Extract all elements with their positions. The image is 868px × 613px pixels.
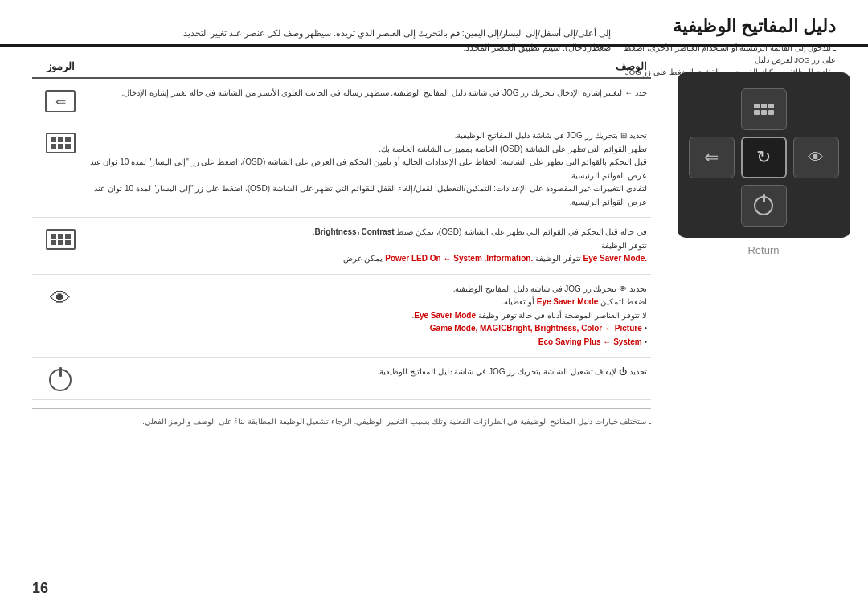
row3-symbol: [32, 226, 88, 250]
row1-desc: حدد ← لتغيير إشارة الإدخال بتحريك زر JOG…: [88, 87, 651, 100]
return-label: Return: [747, 244, 779, 256]
right-panel: ⇐ ↻ 👁: [667, 48, 868, 589]
monitor-panel: ⇐ ↻ 👁: [678, 72, 850, 238]
panel-center-button[interactable]: ↻: [741, 137, 787, 178]
row4-desc: تحديد 👁 بتحريك زر JOG في شاشة دليل المفا…: [88, 283, 651, 349]
main-title: دليل المفاتيح الوظيفية: [611, 16, 836, 37]
empty-cell: [793, 88, 839, 130]
page-number: 16: [32, 580, 48, 597]
row5-desc: تحديد ⏻ لإيقاف تشغيل الشاشة بتحريك زر JO…: [88, 366, 651, 379]
empty-cell: [689, 185, 735, 227]
bottom-note: ـ ستختلف خيارات دليل المفاتيح الوظيفية ف…: [32, 408, 651, 427]
panel-arrow-button[interactable]: ⇐: [689, 137, 735, 178]
table-row: تحديد ⊞ بتحريك زر JOG في شاشة دليل المفا…: [32, 121, 651, 218]
row2-symbol: [32, 129, 88, 153]
page-container: إلى أعلى/إلى أسفل/إلى اليسار/إلى اليمين:…: [0, 0, 868, 613]
col-symbol-header: الرموز: [32, 60, 88, 72]
top-divider-line: [0, 44, 868, 47]
row4-symbol: 👁: [32, 283, 88, 309]
panel-eye-button[interactable]: 👁: [793, 137, 839, 178]
panel-grid-button[interactable]: [741, 88, 787, 130]
row5-symbol: [32, 366, 88, 391]
table-header: الوصف الرموز: [32, 60, 651, 79]
table-row: حدد ← لتغيير إشارة الإدخال بتحريك زر JOG…: [32, 79, 651, 121]
empty-cell: [689, 88, 735, 130]
table-row: تحديد 👁 بتحريك زر JOG في شاشة دليل المفا…: [32, 275, 651, 358]
panel-power-button[interactable]: [741, 185, 787, 227]
row3-desc: في حالة قبل التحكم في القوائم التي تظهر …: [88, 226, 651, 266]
table-row: تحديد ⏻ لإيقاف تشغيل الشاشة بتحريك زر JO…: [32, 358, 651, 400]
col-desc-header: الوصف: [88, 60, 651, 72]
row2-desc: تحديد ⊞ بتحريك زر JOG في شاشة دليل المفا…: [88, 129, 651, 209]
table-row: في حالة قبل التحكم في القوائم التي تظهر …: [32, 218, 651, 275]
instruction-line1: إلى أعلى/إلى أسفل/إلى اليسار/إلى اليمين:…: [32, 27, 611, 41]
empty-cell: [793, 185, 839, 227]
row1-symbol: ⇐: [32, 87, 88, 112]
